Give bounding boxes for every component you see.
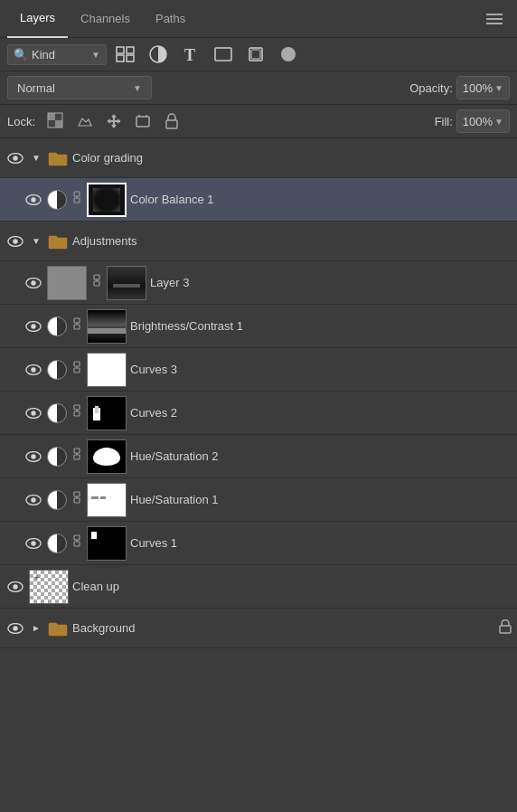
visibility-toggle-background[interactable] (5, 618, 25, 638)
thumb-bc1 (87, 309, 127, 344)
adjustment-icon (149, 45, 167, 63)
layer-adjustments-group[interactable]: ▼ Adjustments (0, 222, 517, 261)
visibility-toggle-hue2[interactable] (24, 447, 43, 467)
layer-cleanup[interactable]: + Clean up (0, 565, 517, 609)
visibility-toggle-curves2[interactable] (24, 403, 43, 423)
type-filter-button[interactable]: T (177, 42, 204, 66)
smart-filter-button[interactable] (242, 42, 269, 66)
chain-svg-icon (72, 448, 81, 466)
expand-background-icon[interactable]: ► (29, 621, 43, 636)
lock-row: Lock: Fill: (0, 105, 517, 138)
chain-svg-icon (72, 404, 81, 422)
visibility-toggle-cleanup[interactable] (5, 577, 25, 597)
svg-point-32 (31, 324, 35, 328)
fill-input[interactable]: 100% ▼ (456, 109, 510, 133)
thumb-cleanup: + (29, 570, 69, 604)
chain-icon-bc1 (70, 317, 83, 335)
svg-rect-12 (48, 120, 55, 127)
svg-rect-1 (127, 47, 134, 53)
kind-dropdown[interactable]: 🔍 Kind ▼ (7, 44, 107, 65)
lock-position-icon (106, 113, 122, 129)
color-filter-button[interactable] (275, 42, 302, 66)
lock-pixels-button[interactable] (44, 111, 68, 131)
svg-rect-43 (74, 405, 80, 410)
thumb-curves3 (87, 353, 127, 387)
svg-point-62 (13, 584, 17, 589)
pixel-icon (116, 46, 136, 62)
type-icon: T (183, 45, 199, 63)
tab-layers[interactable]: Layers (7, 0, 68, 38)
visibility-toggle-color-balance[interactable] (24, 190, 43, 210)
lock-artboard-button[interactable] (131, 111, 155, 131)
layer-color-balance-1[interactable]: Color Balance 1 (0, 178, 517, 222)
svg-rect-44 (74, 411, 80, 416)
eye-icon (25, 278, 42, 288)
layer-hue-saturation1[interactable]: Hue/Saturation 1 (0, 478, 517, 522)
lock-position-button[interactable] (102, 111, 126, 131)
layer-curves1[interactable]: Curves 1 (0, 522, 517, 565)
visibility-toggle-layer3[interactable] (24, 273, 43, 293)
svg-rect-16 (166, 120, 177, 128)
tab-channels[interactable]: Channels (68, 0, 143, 38)
layer-color-grading-group[interactable]: ▼ Color grading (0, 138, 517, 178)
shape-filter-button[interactable] (210, 42, 237, 66)
layer-curves2[interactable]: Curves 2 (0, 392, 517, 435)
chain-svg-icon (92, 274, 101, 292)
panel-menu-button[interactable] (479, 6, 510, 32)
lock-image-button[interactable] (73, 111, 97, 131)
blend-mode-dropdown[interactable]: Normal ▼ (7, 76, 152, 99)
svg-rect-58 (74, 535, 80, 540)
svg-point-47 (31, 454, 35, 458)
chain-icon-curves2 (70, 404, 83, 422)
svg-rect-29 (94, 281, 99, 286)
collapse-adjustments-icon[interactable]: ▼ (29, 234, 43, 249)
svg-rect-3 (127, 55, 134, 61)
thumb-curves1 (87, 526, 127, 561)
svg-rect-48 (74, 448, 80, 453)
layer-curves3[interactable]: Curves 3 (0, 348, 517, 392)
svg-point-25 (13, 239, 17, 243)
chain-svg-icon (72, 191, 81, 209)
opacity-input[interactable]: 100% ▼ (456, 76, 510, 99)
adjustment-icon-hue2 (47, 447, 67, 467)
adjustment-filter-button[interactable] (145, 42, 172, 66)
thumb-color-balance (87, 183, 127, 217)
folder-svg-icon (48, 620, 68, 637)
svg-rect-11 (55, 113, 62, 120)
thumb-hue2 (87, 439, 127, 474)
visibility-toggle-color-grading[interactable] (5, 148, 25, 168)
layer-3[interactable]: Layer 3 (0, 261, 517, 305)
visibility-toggle-bc1[interactable] (24, 316, 43, 336)
pixel-filter-button[interactable] (112, 42, 139, 66)
chain-icon-curves1 (70, 534, 83, 552)
layers-list: ▼ Color grading Color Balance 1 (0, 138, 517, 648)
layer-hue-saturation2[interactable]: Hue/Saturation 2 (0, 435, 517, 478)
svg-text:T: T (184, 46, 195, 63)
eye-icon (25, 321, 42, 332)
visibility-toggle-hue1[interactable] (24, 490, 43, 510)
tab-paths[interactable]: Paths (143, 0, 198, 38)
visibility-toggle-curves1[interactable] (24, 533, 43, 553)
fill-group: Fill: 100% ▼ (435, 109, 510, 133)
eye-icon (25, 495, 42, 505)
svg-point-27 (31, 280, 35, 285)
svg-rect-39 (74, 368, 80, 373)
layer-brightness-contrast[interactable]: Brightness/Contrast 1 (0, 305, 517, 348)
folder-icon-color-grading (47, 149, 69, 167)
visibility-toggle-adjustments[interactable] (5, 231, 25, 251)
thumb-layer3-mask (107, 266, 146, 300)
svg-rect-65 (500, 626, 511, 633)
filter-toolbar: 🔍 Kind ▼ T (0, 38, 517, 71)
lock-all-button[interactable] (160, 111, 183, 131)
svg-rect-21 (74, 192, 80, 196)
eye-icon (25, 194, 42, 205)
eye-icon (25, 364, 42, 375)
layer-background-group[interactable]: ► Background (0, 609, 517, 648)
svg-point-42 (31, 411, 35, 415)
folder-icon-background (47, 619, 69, 637)
adjustment-icon-curves2 (47, 403, 67, 423)
svg-point-64 (13, 626, 17, 630)
visibility-toggle-curves3[interactable] (24, 360, 43, 380)
chain-svg-icon (72, 534, 81, 552)
collapse-color-grading-icon[interactable]: ▼ (29, 151, 43, 165)
